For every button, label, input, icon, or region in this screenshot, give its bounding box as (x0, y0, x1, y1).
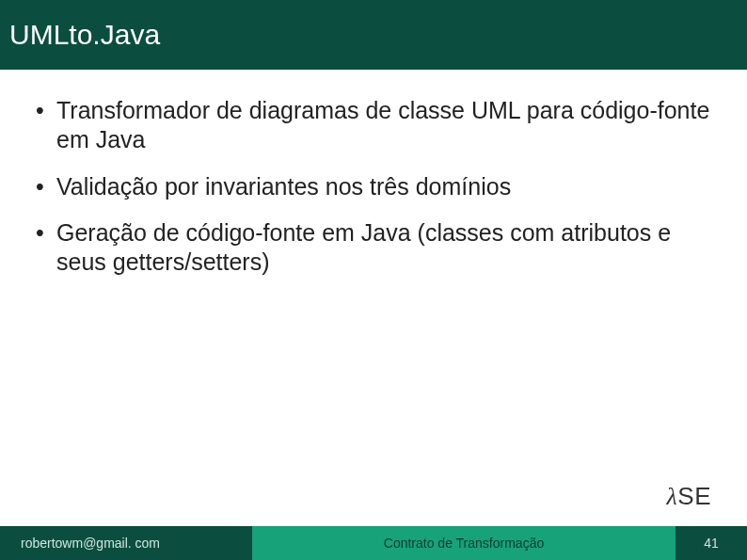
footer-email: robertowm@gmail. com (0, 526, 252, 560)
bullet-item: Validação por invariantes nos três domín… (36, 172, 719, 201)
footer-center: Contrato de Transformação (252, 526, 675, 560)
bullet-item: Geração de código-fonte em Java (classes… (36, 218, 719, 278)
logo-lambda: λ (667, 483, 678, 510)
footer-page: 41 (675, 526, 747, 560)
footer: robertowm@gmail. com Contrato de Transfo… (0, 526, 747, 560)
logo: λSE (667, 482, 711, 511)
bullet-item: Transformador de diagramas de classe UML… (36, 96, 719, 155)
slide: UMLto.Java Transformador de diagramas de… (0, 0, 747, 560)
slide-content: Transformador de diagramas de classe UML… (0, 70, 747, 560)
slide-title: UMLto.Java (9, 19, 160, 51)
logo-text: SE (677, 482, 711, 510)
bullet-list: Transformador de diagramas de classe UML… (36, 96, 719, 277)
slide-header: UMLto.Java (0, 0, 747, 70)
